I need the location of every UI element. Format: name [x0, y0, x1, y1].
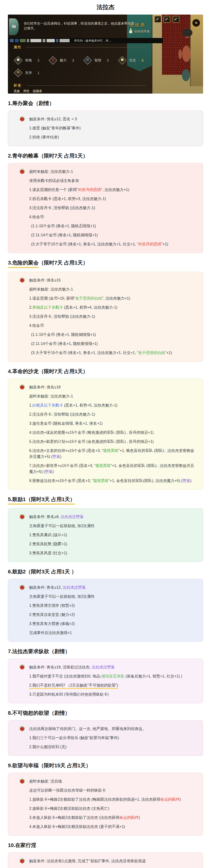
inline-link[interactable]: 堕落 [183, 478, 190, 483]
tag: 追随者 [33, 89, 42, 93]
attribute-value: 2 [37, 59, 39, 62]
line-text: 3.赞美其有力臂膀 (体魄+2) [29, 622, 75, 626]
attribute-item: 社交8 [118, 55, 152, 66]
attribute-item: 支持1 [14, 67, 48, 78]
line-text: 2.我们不是好兄弟吗? （2天后触发“不可饶恕的欲望”) [29, 683, 118, 689]
window-toolbar [154, 16, 179, 23]
inline-link[interactable]: 法拉杰没堕落 [91, 665, 114, 669]
event-box: 超时未触发: 法拉杰魅力-1使用杀戮卡的话必须主角参加1.谋反思潮的任意一个 (… [8, 163, 203, 253]
inline-link: 命运的羁绊 [120, 815, 138, 819]
event-line: 3.放任意金币 (随机金情报, 善名+1, 侠名+1) [15, 421, 196, 426]
tags-row: 贵族男性追随者 [14, 89, 42, 93]
line-text: 超时未触发: 法拉杰魅力-1 [29, 394, 73, 398]
watermelon-icon [20, 169, 25, 174]
line-text: 3.没法苏丹卡, 没给帮助 (法拉杰魅力-1) [29, 314, 95, 318]
line-text: 1.白银及以下杀戮卡 (恶名+1, 权势+5, 法拉杰魅力-1) [29, 403, 117, 407]
line-text: 1.接受 (触发“青年的帷幕”事件) [29, 126, 81, 130]
dialog-text: 你们经常在一起高谈阔论，针砭国事，听说你的遭遇之后，他自愿来帮你渡过难关。 [24, 21, 136, 31]
line-text: 触发条件: 侠名≥18 [29, 385, 60, 389]
event-line: 1.我们三个可以一起分享快乐 (触发“欲望与幸福”事件) [15, 735, 196, 741]
event-box: 超时未触发: 没后续这边可以折断一张跟法拉杰等级一样的纵欲卡1.放纵欲卡+梅姬2… [8, 773, 203, 836]
line-text: 1.谋反思潮的任意一个 (获得“对苏丹的恐惧”, 法拉杰魅力+1) [29, 188, 129, 192]
inline-link[interactable]: 法拉杰没堕落 [63, 585, 86, 589]
event-line: 4.给金币 [15, 322, 196, 329]
tool-icon [173, 16, 179, 23]
watermelon-icon [20, 514, 25, 519]
attribute-icon [83, 56, 92, 65]
event-line: 4.给金币 [15, 214, 196, 220]
line-text: 8.密教徒法拉杰+≥15个金币 (恶名+3, “窥视黑暗”+1, 金色盲目的军队… [29, 478, 191, 483]
attribute-value: 2 [72, 59, 74, 62]
line-text: 主角跟妻子可以一起鼓励他, 加2次属性 [29, 594, 95, 598]
line-text: 2.岩石杀戮卡 (恶名+1, 权势+3, 法拉杰魅力-1) [29, 197, 106, 201]
event-line: 2.我们不是好兄弟吗? （2天后触发“不可饶恕的欲望”) [15, 682, 196, 688]
attribute-value: 1 [37, 71, 39, 75]
inline-link[interactable]: 堕落 [52, 455, 60, 459]
line-text: (2.11-14个金币 (善名+1, 随机银情报+1) [31, 342, 98, 346]
section-heading: 6.鼓励2（限时3天 占用1天 ） [8, 568, 203, 575]
section-heading: 4.革命的沙龙（限时7天 占用1天） [8, 368, 203, 375]
inline-link: 窥视黑暗 [96, 464, 111, 468]
inline-link[interactable]: 白银及以下杀戮卡 [32, 403, 63, 407]
event-box: 触发条件: 侠名≥18超时未触发: 法拉杰魅力-11.白银及以下杀戮卡 (恶名+… [8, 379, 203, 490]
character-illustration [172, 26, 203, 94]
event-line: 1.赞美其博文强学 (智慧+2) [15, 602, 196, 609]
line-text: 3.没法苏丹卡, 没给帮助 (法拉杰魅力-1) [29, 206, 95, 210]
event-line: 1.谋反思潮的任意一个 (获得“对苏丹的恐惧”, 法拉杰魅力+1) [15, 187, 196, 193]
event-line: 1.我不能对妻子不忠 (法拉杰激情归0, 饰品-琥珀宝石吊坠 (装备后魅力+1,… [15, 673, 196, 679]
attribute-name: 体魄 [25, 58, 32, 63]
line-text: 4.法拉杰+谋反的意图+≥15个金币 (银色激进的军队 (部队) , 苏丹的猜忌… [29, 430, 154, 434]
event-line: 4.法拉杰+谋反的意图+≥15个金币 (银色激进的军队 (部队) , 苏丹的猜忌… [15, 430, 196, 435]
inline-link: 免于恐惧的自由 [138, 351, 165, 355]
line-text: (3.大于等于15个金币 (侠名+1, 善名+1, 法拉杰魅力+1, 社交+1,… [31, 351, 172, 355]
inline-link: 对苏丹的恐惧 [138, 242, 161, 246]
trigger-line: 超时未触发: 没后续 [15, 778, 196, 784]
event-line: (2.11-14个金币 (善名+1, 随机铜情报+1) [15, 232, 196, 238]
event-line: 使用杀戮卡的话必须主角参加 [15, 178, 196, 184]
event-line: (1.1-10个金币 (善名+1, 随机石情报+1) [15, 223, 196, 229]
event-line: 2.赞美其仪表堂堂 (魅力+2) [15, 612, 196, 618]
line-text: 1.赞美其勇武 (战斗+1) [29, 533, 67, 537]
event-line: (2.11-14个金币 (善名+1, 随机银情报+1) [15, 341, 196, 347]
event-box: 触发条件: 善名≥12, 法拉杰没堕落主角跟妻子可以一起鼓励他, 加2次属性1.… [8, 579, 203, 642]
trigger-line: 触发条件: 法拉杰有1点激情, 完成了“鼓励2”事件, 法拉杰没有纵欲痕迹 [15, 858, 196, 864]
tag: 贵族 [14, 89, 20, 93]
line-text: 2.没法苏丹卡, 没给帮助 (法拉杰魅力-1) [29, 412, 95, 416]
line-text: 1.谋反思潮 (金币+10, 获得“免于恐惧的自由”, 法拉杰魅力+1) [29, 296, 130, 300]
trigger-line: 触发条件: 侠名≥18 [15, 384, 196, 390]
attribute-name: 魅力 [60, 58, 67, 63]
attribute-item: 体魄2 [14, 55, 48, 66]
event-line: 2.赞美其机警 (隐匿+1) [15, 541, 196, 547]
event-line: 1.白银及以下杀戮卡 (恶名+1, 权势+5, 法拉杰魅力-1) [15, 402, 196, 408]
event-line: 2.没法苏丹卡, 没给帮助 (法拉杰魅力-1) [15, 411, 196, 417]
inline-link[interactable]: 法拉杰没堕落 [60, 515, 83, 519]
line-text: 触发条件: 善名≥8, 法拉杰没堕落 [29, 515, 83, 519]
watermelon-icon [20, 384, 25, 390]
decorative-strip: 然也热（越来越多的忙，有… [8, 38, 163, 43]
line-text: 触发条件: 法拉杰有1点激情, 完成了“鼓励2”事件, 法拉杰没有纵欲痕迹 [29, 859, 146, 863]
event-box: 触发条件: 侠名≥15超时未触发: 法拉杰魅力-11.谋反思潮 (金币+10, … [8, 272, 203, 362]
attribute-name: 社交 [129, 58, 136, 63]
watermelon-icon [20, 779, 25, 784]
page-title: 法拉杰 [0, 0, 211, 14]
line-text: 3.未放入纵欲卡+梅姬2次都鼓励了法拉杰 (法拉杰获得命运的羁绊) [29, 815, 140, 819]
watermelon-icon [20, 859, 25, 864]
attribute-icon [14, 56, 23, 65]
line-text: 4.给金币 [29, 323, 44, 328]
event-box: 触发条件: 法拉杰有1点激情, 完成了“鼓励2”事件, 法拉杰没有纵欲痕迹把纵欲… [8, 852, 203, 868]
game-screenshot: 法拉杰 你的崇拜者 ✕ 你们经常在一起高谈阔论，针砭国事，听说你的遭遇之后，他自… [8, 14, 203, 94]
attributes-row: 体魄2魅力2智慧2社交8支持1 [14, 55, 157, 80]
event-line: 8.密教徒法拉杰+≥15个金币 (恶名+3, “窥视黑暗”+1, 金色盲目的军队… [15, 478, 196, 484]
watermelon-icon [20, 278, 25, 283]
line-text: 3.赞美其风度 (社交+1) [29, 551, 67, 555]
trigger-line: 触发条件: 善名≥8, 法拉杰没堕落 [15, 514, 196, 520]
trigger-line: 超时未触发: 法拉杰魅力-1 [15, 168, 196, 175]
event-line: 1.放纵欲卡+梅姬2次都鼓励了法拉杰 (梅姬跟法拉杰纵欲的痕迹+1, 法拉杰获得… [15, 796, 196, 802]
attribute-name: 支持 [25, 71, 32, 75]
section-heading: 7.法拉杰要求纵欲（剧情） [8, 648, 203, 655]
line-text: (1.1-10个金币 (善名+1, 随机铜情报+1) [31, 333, 96, 337]
line-text: 2.我什么都没听到 (无) [29, 745, 67, 749]
inline-link[interactable]: 堕落 [45, 470, 52, 474]
line-text: 使用杀戮卡的话必须主角参加 [29, 179, 79, 183]
event-line: 2.我什么都没听到 (无) [15, 744, 196, 750]
